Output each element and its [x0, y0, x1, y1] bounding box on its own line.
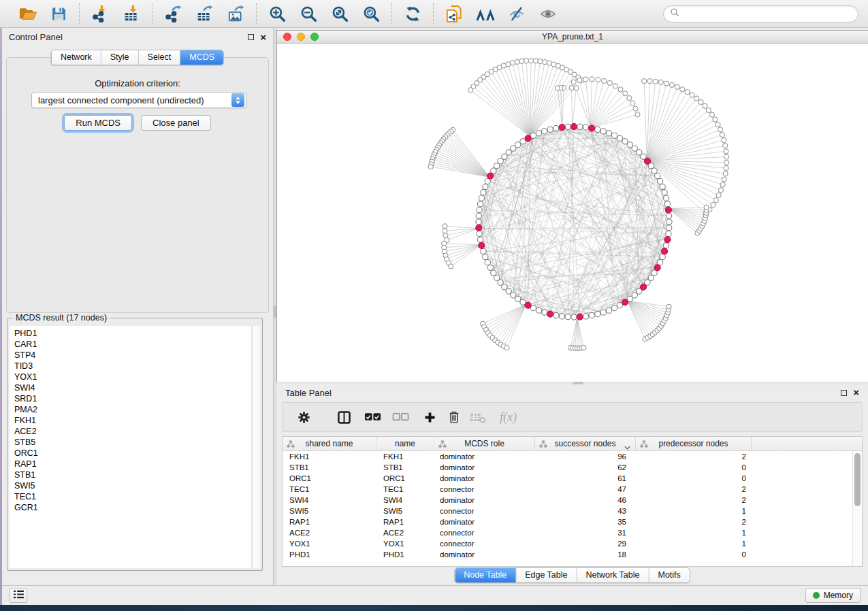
sort-descending-icon	[624, 442, 630, 452]
import-network-icon[interactable]	[90, 3, 110, 24]
mcds-list-item[interactable]: STP4	[14, 350, 251, 361]
zoom-out-icon[interactable]	[298, 3, 319, 24]
table-row[interactable]: RAP1RAP1dominator352	[283, 516, 852, 527]
zoom-selected-icon[interactable]	[361, 3, 381, 24]
tab-motifs[interactable]: Motifs	[648, 568, 689, 582]
tab-network[interactable]: Network	[52, 50, 101, 65]
add-column-icon[interactable]	[424, 412, 436, 423]
table-cell: 31	[535, 527, 636, 538]
table-cell: SWI5	[376, 506, 434, 516]
network-view-window: YPA_prune.txt_1	[276, 30, 868, 384]
table-scrollbar[interactable]	[852, 451, 862, 566]
zoom-fit-icon[interactable]	[329, 3, 350, 24]
table-toolbar: f(x)	[282, 402, 863, 432]
clear-table-icon	[470, 411, 486, 424]
mcds-list-item[interactable]: RAP1	[14, 459, 251, 469]
table-row[interactable]: ORC1ORC1dominator610	[283, 473, 852, 484]
mcds-list-item[interactable]: GCR1	[14, 502, 251, 513]
close-mcds-panel-button[interactable]: Close panel	[141, 115, 211, 131]
column-header-predecessor-nodes[interactable]: predecessor nodes	[636, 437, 752, 450]
tab-select[interactable]: Select	[138, 50, 180, 65]
table-row[interactable]: ACE2ACE2connector311	[283, 527, 852, 538]
scrollbar-thumb[interactable]	[854, 453, 861, 506]
tab-edge-table[interactable]: Edge Table	[515, 568, 576, 582]
split-view-icon[interactable]	[338, 411, 351, 424]
mcds-list-item[interactable]: PHD1	[14, 328, 251, 339]
column-header-shared-name[interactable]: shared name	[283, 437, 376, 450]
table-cell: 62	[535, 462, 636, 473]
table-cell: YOX1	[376, 538, 434, 549]
mcds-list-item[interactable]: SWI5	[14, 480, 251, 491]
table-cell: STB1	[283, 462, 376, 473]
search-icon	[670, 7, 679, 20]
table-row[interactable]: PHD1PHD1dominator180	[283, 549, 852, 560]
table-row[interactable]: TEC1TEC1connector472	[283, 484, 852, 495]
table-row[interactable]: SWI4SWI4dominator462	[283, 495, 852, 506]
table-cell: RAP1	[283, 516, 376, 527]
memory-label: Memory	[824, 591, 853, 600]
table-cell: 2	[636, 484, 752, 495]
import-table-icon[interactable]	[121, 3, 142, 24]
mcds-list-item[interactable]: TEC1	[14, 491, 251, 502]
delete-column-icon[interactable]	[448, 410, 460, 424]
tab-node-table[interactable]: Node Table	[455, 568, 515, 582]
share-document-icon[interactable]	[444, 3, 464, 24]
table-row[interactable]: FKH1FKH1dominator962	[283, 451, 852, 462]
table-cell: 96	[535, 451, 636, 462]
float-panel-icon[interactable]	[248, 34, 254, 40]
select-all-icon[interactable]	[364, 412, 381, 422]
table-row[interactable]: STB1STB1dominator620	[283, 462, 852, 473]
mcds-list-item[interactable]: STB1	[14, 469, 251, 480]
memory-button[interactable]: Memory	[805, 588, 861, 603]
column-header-name[interactable]: name	[376, 437, 434, 450]
table-cell: ORC1	[376, 473, 434, 484]
column-header-MCDS-role[interactable]: MCDS role	[434, 437, 535, 450]
tab-network-table[interactable]: Network Table	[577, 568, 649, 582]
search-input[interactable]	[684, 9, 852, 18]
column-type-icon	[539, 440, 547, 450]
open-session-icon[interactable]	[17, 3, 37, 24]
mcds-list-item[interactable]: ACE2	[14, 426, 251, 437]
tab-style[interactable]: Style	[101, 50, 138, 65]
network-canvas[interactable]	[277, 44, 868, 384]
mcds-buttons-row: Run MCDS Close panel	[7, 115, 268, 131]
tab-mcds[interactable]: MCDS	[180, 50, 223, 65]
table-settings-icon[interactable]	[298, 411, 310, 424]
mcds-list-item[interactable]: SWI4	[14, 382, 251, 393]
export-image-icon[interactable]	[225, 3, 246, 24]
mcds-list-item[interactable]: SRD1	[14, 393, 251, 404]
export-network-icon[interactable]	[163, 3, 183, 24]
mcds-list-item[interactable]: FKH1	[14, 415, 251, 426]
table-cell: 61	[535, 473, 636, 484]
column-header-successor-nodes[interactable]: successor nodes	[535, 437, 636, 450]
table-cell: connector	[434, 527, 535, 538]
mcds-list-scrollbar[interactable]	[252, 326, 260, 568]
save-session-icon[interactable]	[48, 3, 69, 24]
export-table-icon[interactable]	[194, 3, 214, 24]
mcds-list-item[interactable]: CAR1	[14, 339, 251, 350]
mcds-list-item[interactable]: STB5	[14, 437, 251, 448]
table-cell: FKH1	[376, 451, 434, 462]
optimization-selected-value: largest connected component (undirected)	[32, 95, 231, 105]
close-table-panel-icon[interactable]: ×	[853, 389, 859, 396]
float-table-panel-icon[interactable]	[841, 390, 847, 396]
table-row[interactable]: YOX1YOX1connector291	[283, 538, 852, 549]
run-mcds-button[interactable]: Run MCDS	[64, 115, 132, 131]
refresh-icon[interactable]	[402, 3, 423, 24]
close-panel-icon[interactable]: ×	[260, 34, 266, 41]
mcds-list-item[interactable]: YOX1	[14, 371, 251, 382]
hide-graphics-details-icon[interactable]	[507, 3, 527, 24]
table-mode-button[interactable]	[10, 588, 27, 603]
mcds-list-item[interactable]: PMA2	[14, 404, 251, 415]
mcds-list-item[interactable]: TID3	[14, 361, 251, 371]
mcds-list-item[interactable]: ORC1	[14, 448, 251, 459]
mcds-result-list[interactable]: PHD1CAR1STP4TID3YOX1SWI4SRD1PMA2FKH1ACE2…	[10, 326, 252, 568]
network-overview-icon[interactable]	[475, 3, 496, 24]
optimization-select[interactable]: largest connected component (undirected)	[31, 92, 246, 108]
zoom-in-icon[interactable]	[267, 3, 287, 24]
search-box	[663, 5, 858, 22]
table-row[interactable]: SWI5SWI5connector431	[283, 506, 852, 516]
show-graphics-details-icon[interactable]	[538, 3, 558, 24]
control-panel-tabs: NetworkStyleSelectMCDS	[51, 50, 224, 65]
deselect-all-icon[interactable]	[392, 412, 409, 422]
